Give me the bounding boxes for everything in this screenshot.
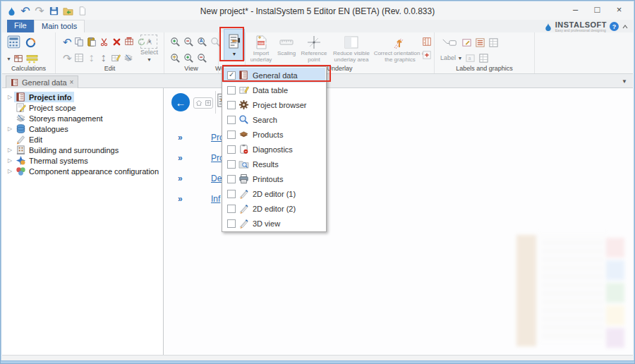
menu-item-diagnostics[interactable]: Diagnostics [223, 142, 325, 157]
zoom-out-icon[interactable] [183, 35, 194, 48]
menu-item-2d-editor-2[interactable]: 2D editor (2) [223, 201, 325, 216]
align-h-icon[interactable]: ↕ [99, 51, 109, 64]
edit-graphic-icon[interactable] [461, 36, 472, 49]
check-data-icon[interactable] [13, 52, 24, 65]
undo-icon[interactable]: ↶ [63, 37, 72, 47]
doc-tab-close-icon[interactable]: × [70, 78, 74, 86]
checkbox[interactable] [227, 86, 236, 95]
reduce-underlay-button[interactable]: Reduce visible underlay area [330, 34, 373, 65]
reference-point-button[interactable]: Reference point [298, 34, 330, 65]
expander-icon[interactable]: ▷ [8, 126, 14, 132]
home-icon[interactable] [195, 99, 202, 107]
up-icon[interactable] [205, 99, 212, 107]
graphics-list-icon[interactable] [474, 36, 485, 49]
tree-item-catalogues[interactable]: ▷ Catalogues [2, 123, 163, 134]
expander-icon[interactable]: ▷ [8, 147, 14, 153]
columns-icon[interactable] [123, 51, 134, 64]
zoom-window-icon[interactable] [183, 51, 194, 64]
menu-item-products[interactable]: Products [223, 127, 325, 142]
checkbox[interactable] [227, 116, 236, 124]
expander-icon[interactable]: ▷ [8, 157, 14, 164]
calculation-options-icon[interactable] [24, 36, 37, 49]
expander-icon[interactable]: ▷ [8, 94, 14, 100]
back-button[interactable]: ← [171, 93, 190, 111]
label-callout-icon[interactable] [440, 36, 459, 49]
table-small-icon[interactable] [478, 51, 489, 64]
calculations-dropdown-icon[interactable]: ▼ [6, 56, 11, 61]
scaling-button[interactable]: Scaling [275, 34, 298, 65]
underlay-film-icon[interactable] [421, 36, 432, 47]
results-icon [238, 159, 249, 169]
checkbox[interactable] [227, 190, 236, 198]
ax-icon[interactable] [464, 51, 476, 64]
zoom-all-icon[interactable] [196, 35, 207, 48]
tree-item-component-appearance[interactable]: ▷ Component appearance configuration [2, 166, 163, 176]
redo-icon[interactable]: ↷ [63, 54, 72, 63]
tree-item-building-surroundings[interactable]: ▷ Building and surroundings [2, 145, 163, 155]
delete-icon[interactable] [111, 35, 122, 48]
doc-tab-general-data[interactable]: General data × [6, 75, 78, 88]
checkbox[interactable] [227, 131, 236, 139]
label-button[interactable]: Label ▼ [440, 54, 462, 61]
checkbox[interactable] [227, 145, 236, 154]
maximize-button[interactable]: □ [586, 2, 608, 17]
reduce-underlay-icon [344, 36, 358, 49]
align-v-icon[interactable]: ↕ [87, 51, 97, 64]
brand-logo: INSTALSOFT Easy and professional designi… [544, 20, 629, 32]
copy-icon[interactable] [74, 35, 85, 48]
menu-item-2d-editor-1[interactable]: 2D editor (1) [223, 186, 325, 201]
select-button[interactable]: Select▼ [140, 49, 158, 63]
title-bar: ↶ ↷ New project* - InstalSystem 5 Editor… [2, 2, 633, 20]
underlay-add-icon[interactable] [421, 49, 432, 60]
checkbox[interactable] [227, 101, 236, 109]
graphics-table-icon[interactable] [488, 36, 499, 49]
paste-icon[interactable] [87, 35, 97, 48]
mirror-icon[interactable] [74, 51, 85, 64]
menu-item-project-browser[interactable]: Project browser [223, 97, 325, 112]
content-link[interactable]: Inf [211, 194, 220, 204]
tree-item-project-info[interactable]: ▷ Project info [2, 92, 163, 102]
tree-item-project-scope[interactable]: Project scope [2, 102, 163, 113]
checkbox[interactable] [227, 175, 236, 183]
pan-icon[interactable] [169, 51, 181, 64]
import-underlay-icon [255, 35, 267, 49]
building-icon [16, 145, 26, 155]
zoom-region-icon[interactable] [196, 51, 207, 64]
delete-table-icon[interactable] [124, 35, 135, 48]
group-edit: ↶ ▾ ↷ ↕ ↕ A Select▼ Edit [56, 32, 164, 73]
data-table-icon [238, 85, 249, 95]
checkbox[interactable] [227, 160, 236, 169]
import-underlay-button[interactable]: Import underlay [247, 34, 275, 65]
content-link[interactable]: De [211, 174, 222, 183]
tab-file[interactable]: File [7, 20, 34, 32]
select-area-icon[interactable]: A [140, 35, 157, 49]
help-button[interactable]: ? [610, 22, 619, 31]
menu-item-printouts[interactable]: Printouts [223, 171, 325, 186]
tree-item-thermal-systems[interactable]: ▷ Thermal systems [2, 155, 163, 166]
correct-orientation-icon [393, 35, 407, 49]
minimize-button[interactable]: – [564, 2, 586, 17]
checkbox[interactable] [227, 219, 236, 228]
menu-item-search[interactable]: Search [223, 112, 325, 127]
thermal-systems-icon [16, 155, 26, 166]
edit-icon [16, 134, 26, 145]
annotation-box-workspace-button [219, 27, 244, 61]
close-button[interactable]: × [608, 2, 630, 17]
expander-icon[interactable]: ▷ [8, 168, 14, 174]
printouts-icon [238, 174, 249, 184]
menu-item-results[interactable]: Results [223, 157, 325, 171]
zoom-in-icon[interactable] [169, 35, 181, 48]
pipes-icon[interactable] [26, 52, 39, 65]
cut-icon[interactable] [99, 35, 109, 48]
tree-item-storeys-management[interactable]: Storeys management [2, 113, 163, 123]
collapse-ribbon-icon[interactable] [622, 24, 629, 30]
checkbox[interactable] [227, 205, 236, 213]
menu-item-3d-view[interactable]: 3D view [223, 216, 325, 231]
tab-list-dropdown-icon[interactable]: ▼ [622, 78, 627, 85]
correct-orientation-button[interactable]: Correct orientation of the graphics [373, 34, 428, 65]
color-grid-icon[interactable] [111, 51, 121, 64]
menu-item-data-table[interactable]: Data table [223, 83, 325, 97]
tree-item-edit[interactable]: Edit [2, 134, 163, 145]
calculate-icon[interactable] [6, 35, 22, 50]
tab-main-tools[interactable]: Main tools [34, 20, 85, 32]
